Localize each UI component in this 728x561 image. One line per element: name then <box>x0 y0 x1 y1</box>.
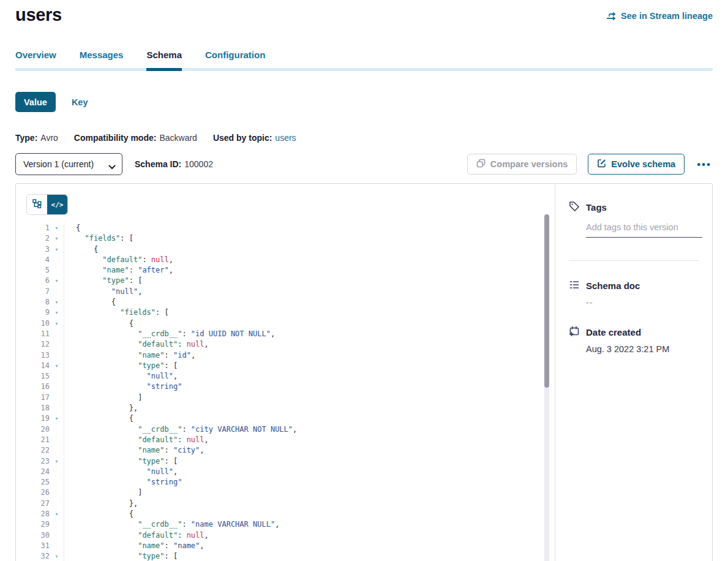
tab-schema[interactable]: Schema <box>146 50 182 71</box>
type-value: Avro <box>40 133 58 143</box>
code-line[interactable]: "__crdb__": "id UUID NOT NULL", <box>76 329 555 339</box>
sidebar-divider <box>569 260 699 261</box>
line-number: 32 <box>26 551 50 561</box>
code-line[interactable]: "name": "id", <box>76 350 555 361</box>
fold-arrow-icon[interactable]: ▾ <box>50 318 64 329</box>
schema-editor-pane: </> 1▾2▾3▾456▾78▾9▾10▾11121314▾151617181… <box>16 184 555 561</box>
page-header: users See in Stream lineage <box>15 5 713 25</box>
see-in-stream-lineage-link[interactable]: See in Stream lineage <box>606 11 713 21</box>
fold-arrow-icon[interactable]: ▾ <box>50 223 64 233</box>
fold-arrow-icon[interactable]: ▾ <box>50 509 64 519</box>
compare-versions-button[interactable]: Compare versions <box>467 154 577 175</box>
code-line[interactable]: "null", <box>76 467 555 477</box>
list-icon <box>569 279 580 292</box>
code-line[interactable]: "default": null, <box>76 255 555 265</box>
key-tab-button[interactable]: Key <box>72 97 88 107</box>
line-number: 13 <box>26 350 50 361</box>
code-line[interactable]: "__crdb__": "city VARCHAR NOT NULL", <box>76 424 555 435</box>
fold-arrow-icon[interactable]: ▾ <box>50 233 64 244</box>
fold-arrow-icon[interactable]: ▾ <box>50 551 64 561</box>
editor-gutter: 1▾2▾3▾456▾78▾9▾10▾11121314▾1516171819▾20… <box>26 223 64 561</box>
schema-id: Schema ID: 100002 <box>135 159 213 169</box>
code-line[interactable]: "type": [ <box>76 551 555 561</box>
code-line[interactable]: "name": "city", <box>76 445 555 456</box>
code-line[interactable]: "default": null, <box>76 339 555 350</box>
fold-arrow-icon[interactable]: ▾ <box>50 361 64 371</box>
line-number: 1 <box>26 223 50 233</box>
gutter-line: 23▾ <box>26 456 64 467</box>
gutter-line: 5 <box>26 265 64 276</box>
code-line[interactable]: }, <box>76 403 555 413</box>
compatibility-mode: Compatibility mode: Backward <box>74 133 197 143</box>
line-number: 16 <box>26 382 50 392</box>
tab-configuration[interactable]: Configuration <box>205 50 265 71</box>
fold-arrow-icon[interactable]: ▾ <box>50 413 64 424</box>
line-number: 20 <box>26 424 50 435</box>
editor-scrollbar-thumb[interactable] <box>544 214 549 388</box>
line-number: 29 <box>26 519 50 530</box>
code-line[interactable]: "null", <box>76 371 555 382</box>
gutter-line: 12 <box>26 339 64 350</box>
gutter-line: 14▾ <box>26 361 64 371</box>
code-line[interactable]: "fields": [ <box>76 307 555 318</box>
code-line[interactable]: { <box>76 318 555 329</box>
code-line[interactable]: { <box>76 413 555 424</box>
code-line[interactable]: }, <box>76 499 555 509</box>
code-line[interactable]: ] <box>76 393 555 403</box>
editor-scrollbar-track[interactable] <box>544 214 549 561</box>
code-line[interactable]: "default": null, <box>76 530 555 541</box>
schema-meta-row: Type: Avro Compatibility mode: Backward … <box>15 133 713 143</box>
gutter-line: 4 <box>26 255 64 265</box>
evolve-schema-button[interactable]: Evolve schema <box>588 154 685 175</box>
code-line[interactable]: ] <box>76 488 555 498</box>
code-line[interactable]: "type": [ <box>76 276 555 286</box>
line-number: 10 <box>26 318 50 329</box>
used-by-topic-link[interactable]: users <box>275 133 296 143</box>
schema-doc-section: Schema doc -- <box>569 279 702 307</box>
code-line[interactable]: "type": [ <box>76 361 555 371</box>
fold-arrow-icon[interactable]: ▾ <box>50 297 64 307</box>
code-line[interactable]: "null", <box>76 287 555 297</box>
tags-input[interactable] <box>586 219 702 238</box>
code-line[interactable]: "__crdb__": "name VARCHAR NULL", <box>76 519 555 530</box>
code-line[interactable]: "string" <box>76 382 555 392</box>
fold-arrow-icon[interactable]: ▾ <box>50 456 64 467</box>
evolve-schema-label: Evolve schema <box>611 159 675 169</box>
code-line[interactable]: "type": [ <box>76 456 555 467</box>
version-select-wrap: Version 1 (current) <box>15 153 122 175</box>
code-line[interactable]: "string" <box>76 477 555 488</box>
code-line[interactable]: "default": null, <box>76 435 555 445</box>
tab-messages[interactable]: Messages <box>80 50 124 71</box>
code-line[interactable]: { <box>76 223 555 233</box>
code-line[interactable]: { <box>76 244 555 255</box>
line-number: 22 <box>26 445 50 456</box>
schema-sidebar: Tags Schema doc -- <box>555 184 712 561</box>
gutter-line: 32▾ <box>26 551 64 561</box>
line-number: 8 <box>26 297 50 307</box>
code-line[interactable]: "fields": [ <box>76 233 555 244</box>
fold-arrow-icon[interactable]: ▾ <box>50 244 64 255</box>
line-number: 28 <box>26 509 50 519</box>
line-number: 24 <box>26 467 50 477</box>
code-view-button[interactable]: </> <box>47 195 67 214</box>
fold-arrow-icon[interactable]: ▾ <box>50 307 64 318</box>
more-options-button[interactable]: ••• <box>696 157 713 172</box>
code-line[interactable]: { <box>76 297 555 307</box>
tree-view-button[interactable] <box>27 195 47 214</box>
code-line[interactable]: { <box>76 509 555 519</box>
compatibility-label: Compatibility mode: <box>74 133 157 143</box>
editor-code[interactable]: { "fields": [ { "default": null, "name":… <box>64 223 555 561</box>
value-tab-button[interactable]: Value <box>15 92 56 112</box>
code-line[interactable]: "name": "name", <box>76 541 555 551</box>
date-created-section: Date created Aug. 3 2022 3:21 PM <box>569 326 702 354</box>
tags-heading: Tags <box>586 202 607 213</box>
fold-arrow-icon[interactable]: ▾ <box>50 276 64 286</box>
line-number: 11 <box>26 329 50 339</box>
tab-overview[interactable]: Overview <box>15 50 56 71</box>
gutter-line: 29 <box>26 519 64 530</box>
copy-icon <box>476 159 486 170</box>
tab-bar-row: OverviewMessagesSchemaConfiguration <box>15 50 713 71</box>
version-select[interactable]: Version 1 (current) <box>15 153 122 175</box>
code-line[interactable]: "name": "after", <box>76 265 555 276</box>
compatibility-value: Backward <box>159 133 197 143</box>
